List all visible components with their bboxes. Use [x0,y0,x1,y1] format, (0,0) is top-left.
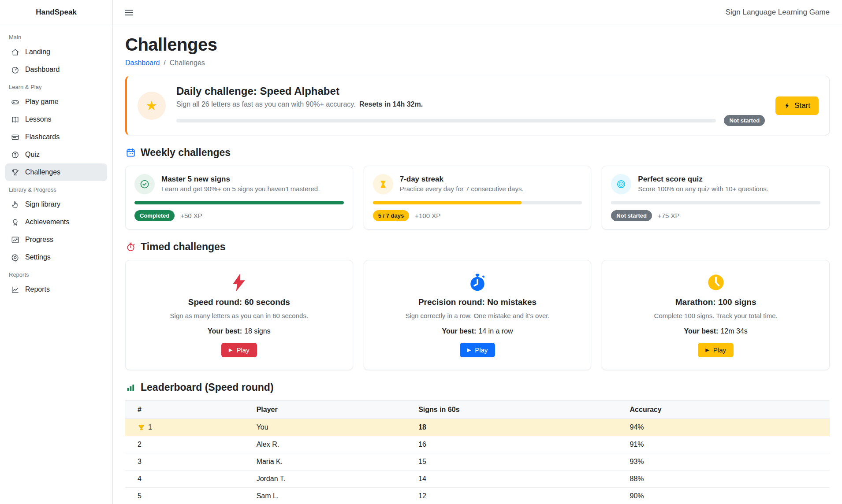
table-row[interactable]: 1 You 18 94% [125,419,830,436]
speedometer-icon [11,65,19,74]
play-triangle-icon: ▶ [467,348,471,352]
clock-icon [611,272,820,293]
play-triangle-icon: ▶ [229,348,232,352]
accuracy-value: 94% [626,419,830,436]
timed-card-marathon: Marathon: 100 signs Complete 100 signs. … [602,260,830,370]
table-row[interactable]: 3 Maria K. 15 93% [125,453,830,471]
hand-icon [11,200,19,209]
gamepad-icon [11,97,19,106]
weekly-card-title: Master 5 new signs [161,175,320,184]
table-row[interactable]: 2 Alex R. 16 91% [125,436,830,453]
weekly-card-perfect-quiz: Perfect score quiz Score 100% on any qui… [602,166,830,230]
sidebar-item-lessons[interactable]: Lessons [5,111,107,128]
weekly-card-title: Perfect score quiz [638,175,768,184]
sidebar-item-label: Quiz [25,151,40,159]
weekly-challenges-grid: Master 5 new signs Learn and get 90%+ on… [125,166,830,230]
table-row[interactable]: 4 Jordan T. 14 88% [125,471,830,488]
weekly-xp-reward: +75 XP [658,212,680,219]
play-triangle-icon: ▶ [705,348,709,352]
house-icon [11,48,19,56]
sidebar-item-label: Dashboard [25,66,60,74]
signs-value: 12 [414,488,625,504]
rank-value: 3 [125,453,252,471]
play-button-speed[interactable]: ▶ Play [221,343,257,357]
best-value: 18 signs [244,327,271,335]
rank-value: 5 [125,488,252,504]
trophy-icon [11,168,19,177]
main-area: Sign Language Learning Game Challenges D… [113,0,842,504]
play-button-marathon[interactable]: ▶ Play [698,343,734,357]
timed-card-title: Speed round: 60 seconds [134,297,344,307]
daily-status-badge: Not started [724,115,765,126]
sidebar: HandSpeak Main Landing Dashboard Learn &… [0,0,113,504]
weekly-progress-fill [134,201,344,204]
play-button-precision[interactable]: ▶ Play [460,343,496,357]
daily-challenge-title: Daily challenge: Speed Alphabet [176,85,765,97]
star-icon: ★ [138,92,166,120]
page-title: Challenges [125,35,830,55]
sidebar-item-label: Play game [25,98,59,106]
weekly-xp-reward: +50 XP [180,212,202,219]
sidebar-item-sign-library[interactable]: Sign library [5,196,107,213]
weekly-status-badge: Completed [134,210,175,221]
daily-challenge-description: Sign all 26 letters as fast as you can w… [176,100,765,108]
timed-challenges-header: Timed challenges [125,241,830,253]
player-name: Alex R. [252,436,414,453]
brand-logo[interactable]: HandSpeak [0,0,112,25]
sidebar-item-progress[interactable]: Progress [5,231,107,248]
weekly-card-master-signs: Master 5 new signs Learn and get 90%+ on… [125,166,353,230]
sidebar-item-dashboard[interactable]: Dashboard [5,61,107,78]
player-name: Jordan T. [252,471,414,488]
best-label: Your best: [442,327,476,335]
line-chart-icon [11,285,19,294]
table-row[interactable]: 5 Sam L. 12 90% [125,488,830,504]
sidebar-item-reports[interactable]: Reports [5,281,107,298]
sidebar-item-label: Landing [25,48,50,56]
weekly-status-badge: Not started [611,210,652,221]
sidebar-item-play-game[interactable]: Play game [5,93,107,111]
sidebar-item-achievements[interactable]: Achievements [5,213,107,231]
timed-card-speed-round: Speed round: 60 seconds Sign as many let… [125,260,353,370]
sidebar-section-learn-play: Learn & Play [5,78,107,93]
sidebar-item-settings[interactable]: Settings [5,248,107,266]
column-accuracy: Accuracy [626,401,830,419]
best-label: Your best: [684,327,719,335]
timed-challenges-grid: Speed round: 60 seconds Sign as many let… [125,260,830,370]
daily-challenge-card: ★ Daily challenge: Speed Alphabet Sign a… [125,76,830,135]
signs-value: 14 [414,471,625,488]
signs-value: 16 [414,436,625,453]
weekly-card-description: Learn and get 90%+ on 5 signs you haven'… [161,185,320,193]
breadcrumb-dashboard-link[interactable]: Dashboard [125,59,160,67]
sidebar-section-library-progress: Library & Progress [5,181,107,196]
sidebar-item-label: Lessons [25,115,52,123]
sidebar-section-main: Main [5,29,107,43]
timed-card-description: Sign as many letters as you can in 60 se… [134,312,344,319]
calendar-icon [125,148,136,158]
sidebar-item-label: Progress [25,236,53,244]
top-navbar: Sign Language Learning Game [113,0,842,25]
signs-value: 18 [414,419,625,436]
flashcards-icon [11,133,19,141]
leaderboard-header-row: # Player Signs in 60s Accuracy [125,401,830,419]
sidebar-item-label: Reports [25,285,50,293]
sidebar-item-challenges[interactable]: Challenges [5,163,107,181]
sidebar-item-landing[interactable]: Landing [5,43,107,61]
timed-card-title: Precision round: No mistakes [373,297,582,307]
sidebar-item-flashcards[interactable]: Flashcards [5,128,107,146]
play-button-label: Play [713,346,726,354]
column-rank: # [125,401,252,419]
lightning-bolt-icon [784,102,790,109]
breadcrumb-current: Challenges [170,59,205,67]
timed-card-best: Your best:12m 34s [611,327,820,335]
signs-value: 15 [414,453,625,471]
rank-value: 1 [148,423,152,431]
accuracy-value: 91% [626,436,830,453]
stopwatch-icon [373,272,582,293]
sidebar-item-quiz[interactable]: Quiz [5,146,107,163]
start-button[interactable]: Start [775,96,819,115]
hamburger-menu-icon[interactable] [125,6,135,19]
player-name: Maria K. [252,453,414,471]
weekly-progress-bar [134,201,344,204]
weekly-card-description: Score 100% on any quiz with 10+ question… [638,185,768,193]
breadcrumb-separator: / [164,59,165,67]
